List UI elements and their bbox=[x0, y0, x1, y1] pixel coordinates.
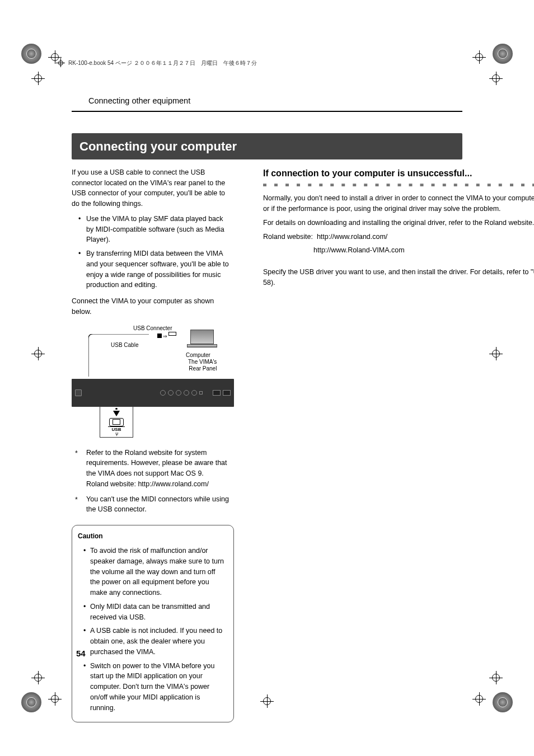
url-text: http://www.roland.com/ bbox=[317, 233, 387, 241]
registration-mark-icon bbox=[31, 671, 45, 684]
caution-title: Caution bbox=[78, 531, 228, 541]
usb-connector-icon: ⇒ bbox=[150, 332, 184, 336]
diagram-label: Computer bbox=[186, 351, 210, 359]
body-text: Normally, you don't need to install a dr… bbox=[263, 193, 534, 214]
section-heading: If connection to your computer is unsucc… bbox=[263, 167, 534, 180]
intro-bullet-list: Use the VIMA to play SMF data played bac… bbox=[72, 214, 234, 290]
registration-mark-icon bbox=[489, 72, 503, 85]
list-item: Use the VIMA to play SMF data played bac… bbox=[72, 214, 234, 245]
usb-port-callout: USB⑂ bbox=[100, 406, 133, 438]
usb-trident-icon: ⑂ bbox=[115, 431, 118, 437]
book-header-text: RK-100-e.book 54 ページ ２００６年１１月２７日 月曜日 午後６… bbox=[68, 59, 257, 67]
list-item: Switch on power to the VIMA before you s… bbox=[78, 661, 228, 713]
page-number: 54 bbox=[76, 647, 86, 660]
book-header-line: RK-100-e.book 54 ページ ２００６年１１月２７日 月曜日 午後６… bbox=[56, 58, 478, 67]
connect-instruction: Connect the VIMA to your computer as sho… bbox=[72, 296, 234, 317]
list-item: Refer to the Roland website for system r… bbox=[72, 448, 234, 490]
body-text: Specify the USB driver you want to use, … bbox=[263, 267, 534, 288]
list-item: To avoid the risk of malfunction and/or … bbox=[78, 546, 228, 598]
crop-mark-icon bbox=[21, 692, 41, 712]
body-text: Roland website: http://www.roland.com/ bbox=[263, 232, 534, 242]
list-item: You can't use the MIDI connectors while … bbox=[72, 494, 234, 515]
page-title: Connecting your computer bbox=[72, 133, 462, 159]
diagram-label: USB Cable bbox=[111, 341, 138, 349]
caution-box: Caution To avoid the risk of malfunction… bbox=[72, 525, 234, 722]
roland-website-label: Roland website: bbox=[263, 233, 313, 241]
computer-icon bbox=[187, 330, 217, 350]
footnote-list: Refer to the Roland website for system r… bbox=[72, 448, 234, 515]
list-item: Only MIDI data can be transmitted and re… bbox=[78, 602, 228, 623]
rear-panel-graphic bbox=[72, 379, 234, 407]
intro-text: If you use a USB cable to connect the US… bbox=[72, 167, 234, 209]
arrow-down-icon bbox=[113, 411, 120, 416]
dotted-rule: ■ ■ ■ ■ ■ ■ ■ ■ ■ ■ ■ ■ ■ ■ ■ ■ ■ ■ ■ ■ … bbox=[263, 181, 534, 186]
diagram-label: The VIMA's bbox=[188, 359, 217, 365]
registration-mark-icon bbox=[31, 72, 45, 85]
list-item: By transferring MIDI data between the VI… bbox=[72, 248, 234, 290]
usb-port-icon bbox=[109, 418, 124, 426]
list-item: A USB cable is not included. If you need… bbox=[78, 626, 228, 657]
crop-mark-icon bbox=[21, 44, 41, 64]
registration-mark-icon bbox=[48, 692, 62, 706]
url-text: http://www.Roland-VIMA.com bbox=[263, 245, 534, 256]
diagram-label: USB Connecter bbox=[133, 324, 172, 332]
body-text: For details on downloading and installin… bbox=[263, 218, 534, 228]
registration-mark-icon bbox=[31, 347, 45, 360]
connection-diagram: USB Connecter ⇒ USB Cable Computer The V… bbox=[72, 324, 234, 438]
divider bbox=[72, 111, 462, 112]
crop-mark-icon bbox=[493, 44, 513, 64]
diagram-label: Rear Panel bbox=[188, 365, 217, 372]
breadcrumb: Connecting other equipment bbox=[72, 95, 462, 107]
